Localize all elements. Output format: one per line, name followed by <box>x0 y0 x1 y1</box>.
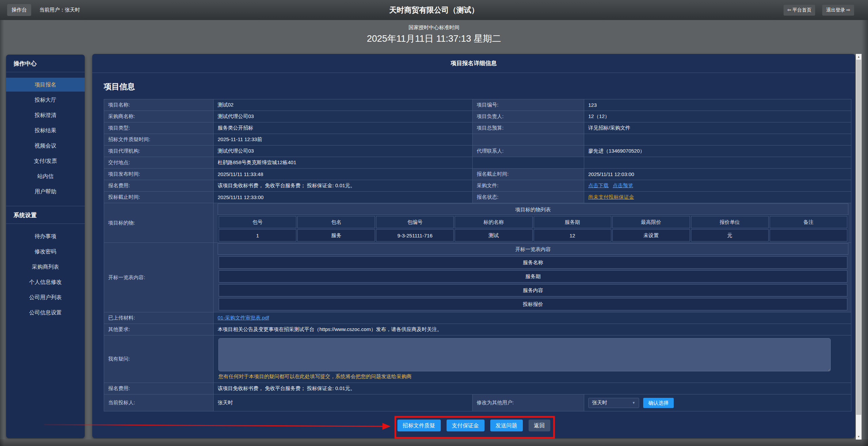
field-value: 测试代理公司03 <box>214 146 473 157</box>
sidebar-section-settings: 系统设置 <box>6 206 85 224</box>
field-label: 当前投标人: <box>104 394 214 411</box>
table-row: 项目标的物: 项目标的物列表 包号 包名 包编号 标的名称 服务期 最高限价 报… <box>104 203 851 243</box>
sidebar-item-todo[interactable]: 待办事项 <box>6 229 85 243</box>
sidebar-item-user-help[interactable]: 用户帮助 <box>6 185 85 198</box>
sidebar-item-video-meeting[interactable]: 视频会议 <box>6 139 85 153</box>
sidebar-section-operations: 操作中心 <box>6 55 85 72</box>
section-title-project-info: 项目信息 <box>104 81 855 92</box>
field-label: 已上传材料: <box>104 312 214 324</box>
field-label: 项目编号: <box>473 99 584 111</box>
field-value: 2025/11/11 11:33:48 <box>214 169 473 180</box>
field-value: 01-采购文件审批表.pdf <box>214 312 851 324</box>
question-textarea[interactable] <box>218 338 831 371</box>
sidebar-item-purchaser-list[interactable]: 采购商列表 <box>6 260 85 274</box>
bid-form-title: 开标一览表内容 <box>218 243 848 255</box>
bottom-edge <box>0 439 868 446</box>
field-value-empty <box>473 157 584 169</box>
field-label: 修改为其他用户: <box>473 394 584 411</box>
field-value: 服务类公开招标 <box>214 122 473 134</box>
field-value: 测试代理公司03 <box>214 111 473 122</box>
console-button[interactable]: 操作台 <box>7 4 31 16</box>
goods-cell: 12 <box>534 229 611 241</box>
subject-matter-cell: 项目标的物列表 包号 包名 包编号 标的名称 服务期 最高限价 报价单位 备注 … <box>214 203 851 243</box>
field-label: 代理联系人: <box>473 146 584 157</box>
field-value: 12（12） <box>584 111 851 122</box>
goods-col-header: 备注 <box>770 216 847 228</box>
main-panel: 项目报名详细信息 项目信息 项目名称: 测试02 项目编号: 123 采购商名称… <box>92 54 855 438</box>
field-label: 报名费用: <box>104 180 214 192</box>
goods-col-header: 包名 <box>297 216 375 228</box>
sidebar-item-company-users[interactable]: 公司用户列表 <box>6 290 85 304</box>
field-label: 报名截止时间: <box>473 169 584 180</box>
table-row: 其他要求: 本项目相关公告及变更事项在招采测试平台（https://www.cs… <box>104 324 851 335</box>
preview-doc-link[interactable]: 点击预览 <box>613 182 633 188</box>
table-row: 开标一览表内容: 开标一览表内容 服务名称 服务期 服务内容 投标报价 <box>104 243 851 312</box>
change-user-select[interactable]: 张天时 ▼ <box>588 398 639 408</box>
sidebar-item-change-password[interactable]: 修改密码 <box>6 245 85 258</box>
field-label: 项目负责人: <box>473 111 584 122</box>
vertical-scrollbar[interactable]: ▲ ▼ <box>856 54 862 440</box>
time-caption: 国家授时中心标准时间 <box>0 20 868 31</box>
bid-form-cell: 开标一览表内容 服务名称 服务期 服务内容 投标报价 <box>214 243 851 312</box>
signup-status-link[interactable]: 尚未支付投标保证金 <box>588 194 634 200</box>
left-edge-shadow <box>0 20 4 446</box>
scrollbar-thumb[interactable] <box>856 60 861 415</box>
confirm-select-button[interactable]: 确认选择 <box>643 398 674 408</box>
scroll-up-icon[interactable]: ▲ <box>856 54 862 60</box>
bid-form-row: 服务内容 <box>219 284 847 296</box>
goods-table: 包号 包名 包编号 标的名称 服务期 最高限价 报价单位 备注 1 服务 9-3… <box>218 215 848 243</box>
sidebar-item-pay-invoice[interactable]: 支付/发票 <box>6 154 85 168</box>
field-value-empty <box>584 157 851 169</box>
field-label: 开标一览表内容: <box>104 243 214 312</box>
field-label: 投标截止时间: <box>104 192 214 203</box>
change-user-selected: 张天时 <box>592 400 607 406</box>
field-label: 我有疑问: <box>104 335 214 383</box>
sidebar-item-bid-hall[interactable]: 投标大厅 <box>6 93 85 107</box>
goods-col-header: 包编号 <box>376 216 454 228</box>
page-title: 项目报名详细信息 <box>92 54 855 73</box>
back-button[interactable]: 返回 <box>529 420 550 431</box>
pay-deposit-button[interactable]: 支付保证金 <box>447 420 485 431</box>
company-title: 天时商贸有限公司（测试） <box>389 5 479 15</box>
scroll-down-icon[interactable]: ▼ <box>856 434 862 440</box>
sidebar-item-site-message[interactable]: 站内信 <box>6 169 85 183</box>
field-label: 项目代理机构: <box>104 146 214 157</box>
table-row: 招标文件质疑时间: 2025-11-11 12:33前 <box>104 134 851 146</box>
goods-col-header: 标的名称 <box>455 216 532 228</box>
bid-form-row: 服务名称 <box>219 256 847 269</box>
field-label: 项目类型: <box>104 122 214 134</box>
field-label: 报名费用: <box>104 383 214 394</box>
goods-col-header: 报价单位 <box>691 216 769 228</box>
table-row: 采购商名称: 测试代理公司03 项目负责人: 12（12） <box>104 111 851 122</box>
field-label: 采购文件: <box>473 180 584 192</box>
table-row: 投标截止时间: 2025/11/11 12:33:00 报名状态: 尚未支付投标… <box>104 192 851 203</box>
sidebar-item-project-signup[interactable]: 项目报名 <box>6 78 85 92</box>
platform-home-button[interactable]: ⇦ 平台首页 <box>784 5 815 16</box>
field-value: 尚未支付投标保证金 <box>584 192 851 203</box>
field-value: 点击下载 点击预览 <box>584 180 851 192</box>
download-doc-link[interactable]: 点击下载 <box>588 182 609 188</box>
sidebar-item-bid-clarify[interactable]: 投标澄清 <box>6 108 85 122</box>
field-value: 该项目免收标书费， 免收平台服务费； 投标保证金: 0.01元。 <box>214 383 851 394</box>
field-value: 张天时 <box>214 394 473 411</box>
field-value: 123 <box>584 99 851 111</box>
send-question-button[interactable]: 发送问题 <box>490 420 523 431</box>
table-row: 报名费用: 该项目免收标书费， 免收平台服务费； 投标保证金: 0.01元。 <box>104 383 851 394</box>
sidebar-item-profile-edit[interactable]: 个人信息修改 <box>6 275 85 289</box>
table-row: 我有疑问: 您有任何对于本项目的疑问都可以在此处填写提交，系统将会把您的问题发送… <box>104 335 851 383</box>
logout-button[interactable]: 退出登录 ⇨ <box>822 5 854 16</box>
table-row: 已上传材料: 01-采购文件审批表.pdf <box>104 312 851 324</box>
table-row: 项目类型: 服务类公开招标 项目总预算: 详见招标/采购文件 <box>104 122 851 134</box>
top-bar: 操作台 当前用户：张天时 天时商贸有限公司（测试） ⇦ 平台首页 退出登录 ⇨ <box>0 0 868 20</box>
field-value: 测试02 <box>214 99 473 111</box>
change-user-cell: 张天时 ▼ 确认选择 <box>584 394 851 411</box>
time-bar: 国家授时中心标准时间 2025年11月11日 11:37:13 星期二 <box>0 20 868 54</box>
goods-cell: 未设置 <box>612 229 690 241</box>
sidebar-item-company-info[interactable]: 公司信息设置 <box>6 306 85 319</box>
question-cell: 您有任何对于本项目的疑问都可以在此处填写提交，系统将会把您的问题发送给采购商 <box>214 335 851 383</box>
doc-challenge-button[interactable]: 招标文件质疑 <box>397 420 441 431</box>
sidebar-item-bid-result[interactable]: 投标结果 <box>6 123 85 137</box>
standard-time: 2025年11月11日 11:37:13 星期二 <box>0 33 868 45</box>
uploaded-file-link[interactable]: 01-采购文件审批表.pdf <box>218 315 269 321</box>
field-label: 项目标的物: <box>104 203 214 243</box>
